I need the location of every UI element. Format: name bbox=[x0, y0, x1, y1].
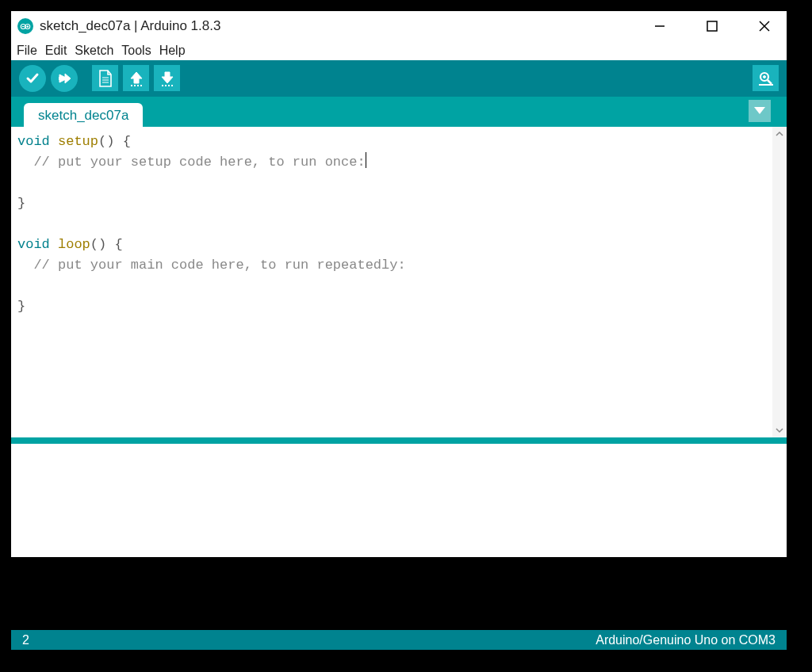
editor-scrollbar[interactable] bbox=[772, 127, 787, 437]
toolbar-spacer bbox=[82, 65, 87, 92]
titlebar: sketch_dec07a | Arduino 1.8.3 bbox=[11, 11, 787, 42]
menu-file[interactable]: File bbox=[14, 44, 40, 58]
code-text: } bbox=[17, 196, 25, 211]
text-cursor bbox=[366, 152, 366, 168]
svg-marker-11 bbox=[65, 74, 71, 83]
new-sketch-button[interactable] bbox=[92, 65, 118, 91]
close-button[interactable] bbox=[758, 20, 771, 32]
code-editor[interactable]: void setup() { // put your setup code he… bbox=[11, 127, 772, 437]
status-board-port: Arduino/Genuino Uno on COM3 bbox=[596, 633, 776, 647]
code-funcname: setup bbox=[58, 134, 98, 149]
tab-active[interactable]: sketch_dec07a bbox=[24, 103, 143, 127]
output-console bbox=[11, 557, 787, 630]
message-console bbox=[11, 444, 787, 557]
menu-edit[interactable]: Edit bbox=[43, 44, 70, 58]
tab-menu-button[interactable] bbox=[749, 100, 771, 122]
svg-rect-6 bbox=[707, 21, 717, 31]
svg-point-20 bbox=[763, 75, 765, 78]
window-title: sketch_dec07a | Arduino 1.8.3 bbox=[40, 18, 220, 34]
app-window: sketch_dec07a | Arduino 1.8.3 File Edit … bbox=[11, 11, 787, 650]
menu-tools[interactable]: Tools bbox=[119, 44, 153, 58]
code-keyword: void bbox=[17, 237, 50, 252]
menubar: File Edit Sketch Tools Help bbox=[11, 42, 787, 60]
scroll-up-button[interactable] bbox=[772, 127, 787, 141]
upload-button[interactable] bbox=[51, 65, 78, 92]
code-comment: // put your main code here, to run repea… bbox=[17, 258, 406, 273]
open-sketch-button[interactable] bbox=[123, 65, 149, 91]
menu-sketch[interactable]: Sketch bbox=[72, 44, 116, 58]
code-text: } bbox=[17, 299, 25, 314]
window-controls bbox=[653, 20, 780, 32]
code-comment: // put your setup code here, to run once… bbox=[17, 155, 366, 170]
tabbar: sketch_dec07a bbox=[11, 97, 787, 128]
editor-area: void setup() { // put your setup code he… bbox=[11, 127, 787, 437]
statusbar: 2 Arduino/Genuino Uno on COM3 bbox=[11, 630, 787, 650]
console-divider[interactable] bbox=[11, 437, 787, 444]
maximize-button[interactable] bbox=[706, 20, 718, 32]
code-funcname: loop bbox=[58, 237, 90, 252]
menu-help[interactable]: Help bbox=[157, 44, 188, 58]
toolbar bbox=[11, 60, 787, 97]
svg-marker-23 bbox=[754, 107, 765, 114]
svg-marker-15 bbox=[131, 72, 142, 83]
code-text: () { bbox=[90, 237, 123, 252]
serial-monitor-button[interactable] bbox=[753, 65, 779, 91]
verify-button[interactable] bbox=[19, 65, 46, 92]
svg-marker-17 bbox=[162, 72, 173, 83]
status-line-number: 2 bbox=[22, 633, 29, 647]
save-sketch-button[interactable] bbox=[154, 65, 180, 91]
svg-line-21 bbox=[768, 80, 772, 84]
scroll-down-button[interactable] bbox=[772, 423, 787, 437]
arduino-logo-icon bbox=[17, 18, 33, 34]
code-keyword: void bbox=[17, 134, 50, 149]
minimize-button[interactable] bbox=[653, 20, 666, 32]
code-text: () { bbox=[98, 134, 131, 149]
